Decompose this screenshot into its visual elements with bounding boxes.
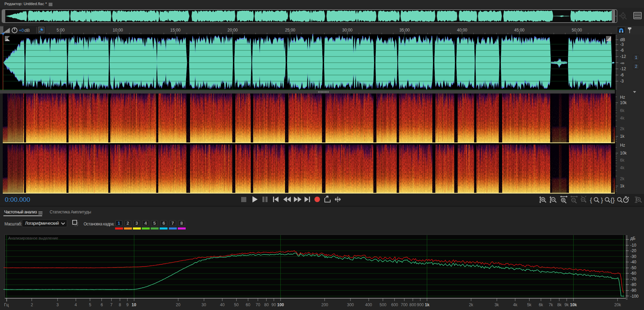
svg-text:{}: {}: [610, 196, 615, 203]
svg-text:{: {: [590, 196, 592, 203]
svg-text:}: }: [601, 196, 603, 203]
